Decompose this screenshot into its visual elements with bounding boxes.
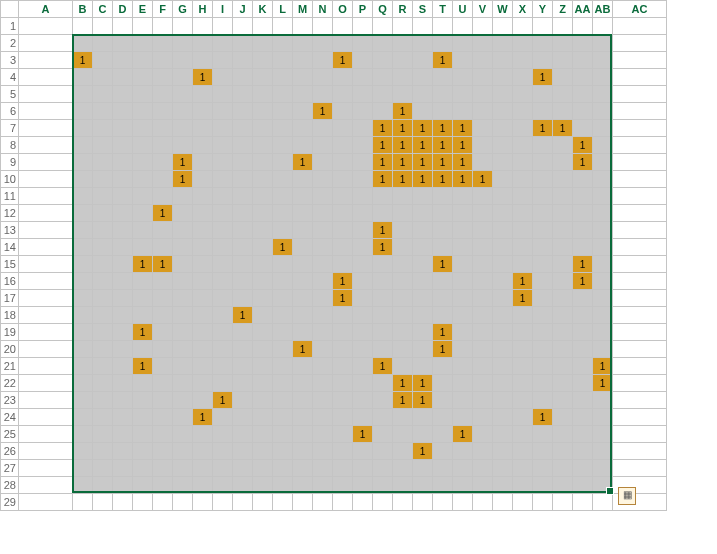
row-header-12[interactable]: 12 (1, 205, 19, 222)
cell-W14[interactable] (493, 239, 513, 256)
cell-F6[interactable] (153, 103, 173, 120)
cell-D24[interactable] (113, 409, 133, 426)
cell-AC4[interactable] (613, 69, 667, 86)
cell-N12[interactable] (313, 205, 333, 222)
row-header-26[interactable]: 26 (1, 443, 19, 460)
cell-N23[interactable] (313, 392, 333, 409)
cell-W5[interactable] (493, 86, 513, 103)
cell-B13[interactable] (73, 222, 93, 239)
cell-W16[interactable] (493, 273, 513, 290)
cell-A11[interactable] (19, 188, 73, 205)
cell-AA3[interactable] (573, 52, 593, 69)
cell-A18[interactable] (19, 307, 73, 324)
cell-U22[interactable] (453, 375, 473, 392)
col-header-K[interactable]: K (253, 1, 273, 18)
cell-U11[interactable] (453, 188, 473, 205)
col-header-AC[interactable]: AC (613, 1, 667, 18)
cell-R15[interactable] (393, 256, 413, 273)
cell-W23[interactable] (493, 392, 513, 409)
cell-P27[interactable] (353, 460, 373, 477)
cell-H10[interactable] (193, 171, 213, 188)
cell-C12[interactable] (93, 205, 113, 222)
cell-E17[interactable] (133, 290, 153, 307)
cell-AB19[interactable] (593, 324, 613, 341)
cell-S22[interactable]: 1 (413, 375, 433, 392)
cell-X19[interactable] (513, 324, 533, 341)
cell-L14[interactable]: 1 (273, 239, 293, 256)
cell-D25[interactable] (113, 426, 133, 443)
col-header-X[interactable]: X (513, 1, 533, 18)
cell-V18[interactable] (473, 307, 493, 324)
cell-W29[interactable] (493, 494, 513, 511)
cell-P15[interactable] (353, 256, 373, 273)
cell-O17[interactable]: 1 (333, 290, 353, 307)
cell-F14[interactable] (153, 239, 173, 256)
cell-W27[interactable] (493, 460, 513, 477)
cell-D9[interactable] (113, 154, 133, 171)
cell-D20[interactable] (113, 341, 133, 358)
cell-K23[interactable] (253, 392, 273, 409)
cell-H27[interactable] (193, 460, 213, 477)
cell-R13[interactable] (393, 222, 413, 239)
cell-H19[interactable] (193, 324, 213, 341)
cell-V5[interactable] (473, 86, 493, 103)
cell-X11[interactable] (513, 188, 533, 205)
cell-M5[interactable] (293, 86, 313, 103)
cell-N7[interactable] (313, 120, 333, 137)
cell-AA20[interactable] (573, 341, 593, 358)
cell-J3[interactable] (233, 52, 253, 69)
cell-F7[interactable] (153, 120, 173, 137)
cell-S15[interactable] (413, 256, 433, 273)
cell-C9[interactable] (93, 154, 113, 171)
cell-B20[interactable] (73, 341, 93, 358)
cell-X18[interactable] (513, 307, 533, 324)
cell-M7[interactable] (293, 120, 313, 137)
cell-AC21[interactable] (613, 358, 667, 375)
cell-Q5[interactable] (373, 86, 393, 103)
cell-P11[interactable] (353, 188, 373, 205)
cell-Y12[interactable] (533, 205, 553, 222)
cell-T26[interactable] (433, 443, 453, 460)
cell-R19[interactable] (393, 324, 413, 341)
cell-H3[interactable] (193, 52, 213, 69)
cell-L2[interactable] (273, 35, 293, 52)
cell-W28[interactable] (493, 477, 513, 494)
row-header-10[interactable]: 10 (1, 171, 19, 188)
cell-AA7[interactable] (573, 120, 593, 137)
cell-M25[interactable] (293, 426, 313, 443)
cell-Z9[interactable] (553, 154, 573, 171)
cell-V3[interactable] (473, 52, 493, 69)
cell-T27[interactable] (433, 460, 453, 477)
cell-T7[interactable]: 1 (433, 120, 453, 137)
cell-M2[interactable] (293, 35, 313, 52)
cell-X1[interactable] (513, 18, 533, 35)
cell-L28[interactable] (273, 477, 293, 494)
cell-C15[interactable] (93, 256, 113, 273)
cell-S10[interactable]: 1 (413, 171, 433, 188)
cell-AB11[interactable] (593, 188, 613, 205)
cell-G5[interactable] (173, 86, 193, 103)
cell-Z6[interactable] (553, 103, 573, 120)
cell-D15[interactable] (113, 256, 133, 273)
cell-B3[interactable]: 1 (73, 52, 93, 69)
cell-T16[interactable] (433, 273, 453, 290)
cell-I27[interactable] (213, 460, 233, 477)
cell-P19[interactable] (353, 324, 373, 341)
cell-AA6[interactable] (573, 103, 593, 120)
cell-U7[interactable]: 1 (453, 120, 473, 137)
cell-A13[interactable] (19, 222, 73, 239)
cell-Q17[interactable] (373, 290, 393, 307)
cell-I9[interactable] (213, 154, 233, 171)
cell-G29[interactable] (173, 494, 193, 511)
cell-G2[interactable] (173, 35, 193, 52)
cell-V29[interactable] (473, 494, 493, 511)
cell-G7[interactable] (173, 120, 193, 137)
cell-E29[interactable] (133, 494, 153, 511)
cell-H24[interactable]: 1 (193, 409, 213, 426)
cell-Q9[interactable]: 1 (373, 154, 393, 171)
cell-U9[interactable]: 1 (453, 154, 473, 171)
cell-N15[interactable] (313, 256, 333, 273)
cell-K1[interactable] (253, 18, 273, 35)
cell-N18[interactable] (313, 307, 333, 324)
row-header-7[interactable]: 7 (1, 120, 19, 137)
